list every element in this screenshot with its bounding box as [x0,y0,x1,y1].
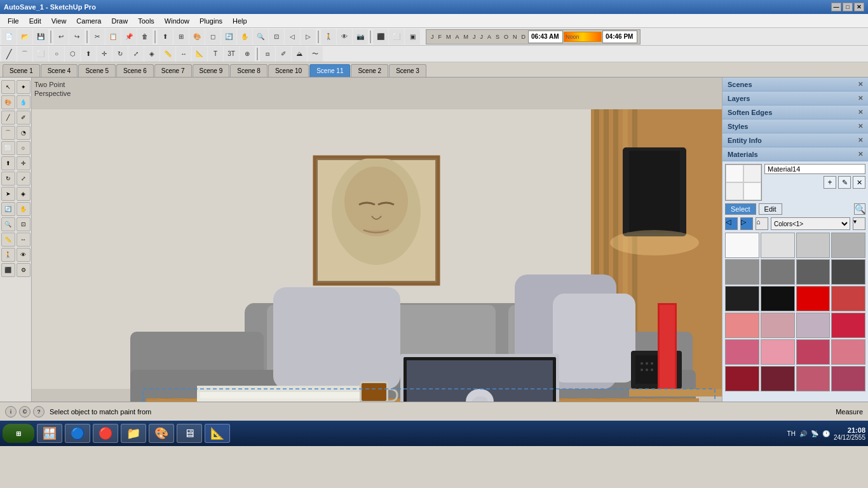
viewport[interactable]: Two Point Perspective [32,78,722,402]
material-name-input[interactable]: Material14 [764,164,865,174]
menu-view[interactable]: View [46,14,72,27]
tb-text[interactable]: T [208,46,223,62]
pie-tool[interactable]: ◔ [17,126,31,140]
swatch-pink1[interactable] [725,313,759,338]
scene-tab-3[interactable]: Scene 3 [389,64,426,77]
swatch-gray1[interactable] [761,233,795,258]
swatch-black1[interactable] [725,286,759,311]
tb-line[interactable]: ╱ [1,46,17,62]
freehand-tool[interactable]: ✐ [17,111,31,125]
edit-btn[interactable]: Edit [759,203,782,215]
scene-tab-9[interactable]: Scene 9 [193,64,230,77]
swatch-rose6[interactable] [831,366,865,391]
select-btn[interactable]: Select [725,203,756,215]
taskbar-app-2[interactable]: 🔵 [65,424,90,443]
swatch-red2[interactable] [831,286,865,311]
move-tool[interactable]: ✛ [17,156,31,170]
followme-tool[interactable]: ➤ [1,187,15,201]
tb-tape[interactable]: 📏 [160,46,175,62]
scene-tab-5[interactable]: Scene 5 [78,64,116,77]
advanced-tool[interactable]: ⚙ [17,263,31,277]
swatch-gray5[interactable] [761,259,795,285]
tb-prevview[interactable]: ◁ [285,29,300,44]
taskbar-app-windows[interactable]: 🪟 [37,424,62,443]
menu-file[interactable]: File [3,14,24,27]
swatch-pink3[interactable] [796,313,831,338]
mat-edit-btn2[interactable]: ✎ [838,176,851,189]
layers-close[interactable]: ✕ [858,95,863,102]
taskbar-app-photoshop[interactable]: 🎨 [149,424,174,443]
status-help[interactable]: ? [33,406,44,417]
tb-offset[interactable]: ◈ [144,46,159,62]
clock[interactable]: 21:08 24/12/2555 [834,426,865,441]
zoom-tool[interactable]: 🔍 [1,217,15,231]
tb-walkthrough[interactable]: 🚶 [321,29,336,44]
materials-close[interactable]: ✕ [858,151,863,158]
tb-polygon[interactable]: ⬡ [65,46,80,62]
tray-net[interactable]: 📡 [811,430,818,437]
start-button[interactable]: ⊞ [3,424,34,443]
styles-close[interactable]: ✕ [858,123,863,130]
tb-copy[interactable]: 📋 [105,29,121,44]
scenes-panel-header[interactable]: Scenes ✕ [722,78,868,92]
soften-close[interactable]: ✕ [858,109,863,116]
color-back-btn[interactable]: ◁ [725,217,738,230]
color-list-select[interactable]: Colors<1> [771,217,850,230]
taskbar-app-chrome[interactable]: 🔴 [93,424,118,443]
lasso-tool[interactable]: ✦ [17,80,31,94]
tb-component[interactable]: ⊞ [173,29,189,44]
materials-panel-header[interactable]: Materials ✕ [722,147,868,161]
soften-panel-header[interactable]: Soften Edges ✕ [722,105,868,119]
tb-cut[interactable]: ✂ [90,29,105,44]
tb-rectangle[interactable]: ⬜ [33,46,48,62]
menu-camera[interactable]: Camera [71,14,106,27]
mat-del-btn[interactable]: ✕ [853,176,865,189]
tb-display-section[interactable]: ▣ [405,29,420,44]
tb-undo[interactable]: ↩ [53,29,69,44]
tb-zoomext[interactable]: ⊡ [269,29,284,44]
styles-panel-header[interactable]: Styles ✕ [722,119,868,133]
tb-3dtext[interactable]: 3T [224,46,239,62]
select-tool[interactable]: ↖ [1,80,15,94]
maximize-button[interactable]: □ [843,3,853,11]
rectangle-tool[interactable]: ⬜ [1,141,15,155]
swatch-rose3[interactable] [796,339,831,365]
swatch-pink2[interactable] [761,313,795,338]
swatch-gray7[interactable] [831,259,865,285]
scene-tab-10[interactable]: Scene 10 [268,64,309,77]
color-fwd-btn[interactable]: ▷ [740,217,753,230]
arc-tool[interactable]: ⌒ [1,126,15,140]
scene-tab-8[interactable]: Scene 8 [230,64,268,77]
swatch-gray2[interactable] [796,233,831,258]
scene-tab-4[interactable]: Scene 4 [41,64,78,77]
tb-protractor[interactable]: 📐 [192,46,207,62]
tape-measure[interactable]: 📏 [1,233,15,247]
mat-create-btn[interactable]: + [824,176,836,189]
swatch-rose5[interactable] [796,366,831,391]
swatch-gray4[interactable] [725,259,759,285]
rotate-tool[interactable]: ↻ [1,172,15,186]
tb-pan[interactable]: ✋ [237,29,252,44]
scene-tab-11[interactable]: Scene 11 [309,64,350,77]
scene-tab-2[interactable]: Scene 2 [351,64,388,77]
swatch-gray6[interactable] [796,259,831,285]
swatch-white1[interactable] [725,233,759,258]
pushpull-tool[interactable]: ⬆ [1,156,15,170]
tb-rotate[interactable]: ↻ [112,46,128,62]
tb-section-cut[interactable]: ⬜ [389,29,404,44]
tb-pos-camera[interactable]: 📷 [353,29,368,44]
scene-tab-6[interactable]: Scene 6 [116,64,154,77]
tb-axes[interactable]: ⊕ [240,46,255,62]
taskbar-app-5[interactable]: 🖥 [177,424,202,443]
tb-new[interactable]: 📄 [1,29,17,44]
status-info[interactable]: i [5,406,17,417]
swatch-rose2[interactable] [761,339,795,365]
menu-window[interactable]: Window [159,14,194,27]
time-sunset[interactable]: 04:46 PM [602,30,637,43]
tb-open[interactable]: 📂 [17,29,32,44]
dimension-tool[interactable]: ↔ [17,233,31,247]
swatch-red3[interactable] [831,313,865,338]
tb-move[interactable]: ✛ [97,46,112,62]
home-btn[interactable]: ⌂ [756,217,768,230]
sun-position[interactable]: Noon [564,32,602,42]
